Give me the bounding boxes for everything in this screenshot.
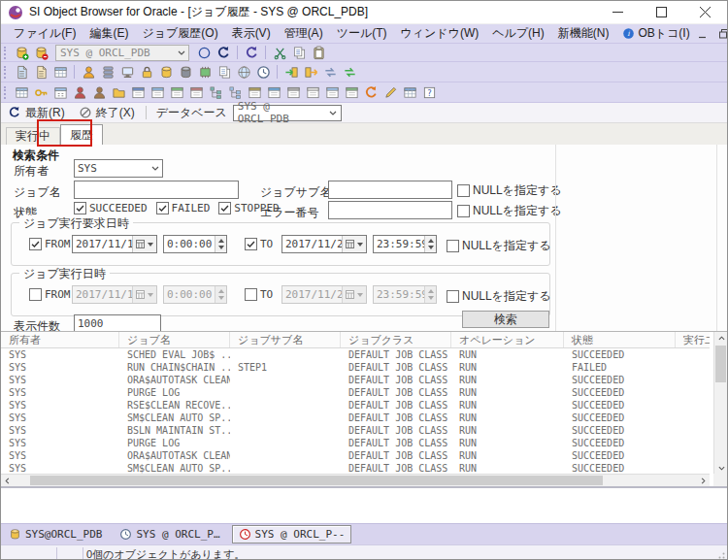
request-to-date[interactable]: 2017/11/21	[281, 235, 367, 253]
job-sub-null-checkbox[interactable]: NULLを指定する	[457, 182, 562, 199]
cluster-icon[interactable]	[342, 84, 361, 101]
compare-icon[interactable]	[320, 64, 340, 81]
toolbar-grip[interactable]	[4, 47, 8, 59]
column-header[interactable]: 実行ユ	[676, 332, 710, 347]
table-row[interactable]: SYSSM$CLEAN_AUTO_SP...DEFAULT_JOB_CLASSR…	[1, 462, 710, 474]
tablespace-icon[interactable]	[156, 64, 176, 81]
source-view-icon[interactable]	[400, 84, 419, 101]
menu-obtoko[interactable]: iOBトコ(I)	[615, 25, 696, 42]
reconnect-icon[interactable]	[214, 45, 233, 61]
checkbox[interactable]	[156, 202, 169, 214]
toolbar-grip[interactable]	[4, 86, 8, 99]
procedure-icon[interactable]	[148, 84, 167, 101]
checkbox[interactable]	[74, 202, 86, 214]
menu-admin[interactable]: 管理(A)	[278, 25, 330, 42]
export-icon[interactable]	[301, 64, 320, 81]
exec-to-time[interactable]: 23:59:59	[373, 285, 437, 304]
refresh-command[interactable]: 最新(R)	[1, 105, 72, 121]
checkbox[interactable]	[447, 290, 459, 303]
datafile-icon[interactable]	[176, 64, 195, 81]
database-combo[interactable]: SYS @ ORCL_PDB	[233, 105, 342, 121]
checkbox[interactable]	[29, 288, 42, 301]
mdi-restore-button[interactable]	[718, 27, 728, 40]
menu-new-features[interactable]: 新機能(N)	[551, 25, 616, 42]
error-null-checkbox[interactable]: NULLを指定する	[457, 203, 562, 219]
table-row[interactable]: SYSRUN_CHAIN$CHAIN_...STEP1DEFAULT_JOB_C…	[1, 361, 710, 374]
checkbox[interactable]	[245, 288, 257, 301]
status-failed-checkbox[interactable]: FAILED	[156, 202, 211, 214]
directory-icon[interactable]	[109, 84, 128, 101]
network-icon[interactable]	[234, 64, 253, 81]
schema-sync-icon[interactable]	[340, 64, 359, 81]
table-row[interactable]: SYSRSE$CLEAN_RECOVE...DEFAULT_JOB_CLASSR…	[1, 399, 710, 412]
table-icon[interactable]	[12, 84, 31, 101]
copy-icon[interactable]	[289, 45, 309, 61]
column-header[interactable]: オペレーション	[451, 332, 564, 347]
table-row[interactable]: SYSPURGE_LOGDEFAULT_JOB_CLASSRUNSUCCEEDE…	[1, 386, 710, 399]
exec-from-checkbox[interactable]: FROM	[29, 288, 71, 301]
time-spinner[interactable]	[424, 236, 436, 252]
menu-tools[interactable]: ツール(T)	[330, 25, 394, 42]
request-to-checkbox[interactable]: TO	[245, 238, 273, 250]
shortcut-icon[interactable]	[303, 84, 322, 101]
exec-from-time[interactable]: 0:00:00	[163, 285, 227, 304]
script-editor-icon[interactable]	[31, 64, 50, 81]
function-icon[interactable]	[167, 84, 186, 101]
request-from-date[interactable]: 2017/11/11	[72, 235, 157, 253]
maximize-button[interactable]	[640, 1, 683, 23]
comment-icon[interactable]	[128, 84, 148, 101]
close-button[interactable]	[683, 1, 727, 23]
window-button-job-history[interactable]: SYS @ ORCL_P--	[232, 525, 352, 544]
database-icon[interactable]	[98, 64, 117, 81]
stop-command[interactable]: 終了(X)	[72, 105, 142, 121]
request-from-time[interactable]: 0:00:00	[163, 235, 227, 253]
menu-help[interactable]: ヘルプ(H)	[485, 25, 551, 42]
calendar-icon[interactable]	[342, 286, 366, 303]
time-spinner[interactable]	[424, 286, 436, 303]
duplicate-icon[interactable]	[215, 64, 234, 81]
package-icon[interactable]	[186, 84, 206, 101]
view-icon[interactable]	[50, 84, 70, 101]
session-icon[interactable]	[117, 64, 137, 81]
calendar-icon[interactable]	[132, 286, 156, 303]
scrollbar-thumb[interactable]	[30, 476, 603, 485]
undo-icon[interactable]	[242, 45, 261, 61]
request-to-time[interactable]: 23:59:59	[373, 235, 437, 253]
memory-icon[interactable]	[195, 64, 215, 81]
db-link-icon[interactable]	[322, 84, 342, 101]
sequence-icon[interactable]	[264, 84, 283, 101]
connection-combo[interactable]: SYS @ ORCL_PDB	[55, 45, 189, 61]
checkbox[interactable]	[29, 238, 42, 250]
index-icon[interactable]	[225, 84, 245, 101]
checkbox[interactable]	[457, 184, 470, 197]
table-row[interactable]: SYSSM$CLEAN_AUTO_SP...DEFAULT_JOB_CLASSR…	[1, 412, 710, 424]
exec-from-date[interactable]: 2017/11/11	[72, 285, 157, 304]
owner-combo[interactable]: SYS	[74, 159, 163, 178]
table-row[interactable]: SYSORA$AUTOTASK_CLEANDEFAULT_JOB_CLASSRU…	[1, 374, 710, 386]
scrollbar-thumb[interactable]	[715, 346, 726, 382]
import-icon[interactable]	[281, 64, 301, 81]
horizontal-scrollbar[interactable]	[1, 474, 710, 486]
column-header[interactable]: ジョブクラス	[341, 332, 451, 347]
window-button-job-monitor[interactable]: SYS @ ORCL_P…	[114, 525, 225, 544]
job-name-input[interactable]	[74, 181, 239, 199]
tab-history[interactable]: 履歴	[60, 124, 103, 145]
refresh-objects-icon[interactable]	[361, 84, 381, 101]
primary-key-icon[interactable]	[31, 84, 50, 101]
toolbar-grip[interactable]	[4, 66, 8, 79]
record-icon[interactable]	[194, 45, 214, 61]
edit-icon[interactable]	[381, 84, 400, 101]
request-null-checkbox[interactable]: NULLを指定する	[447, 238, 551, 254]
menu-window[interactable]: ウィンドウ(W)	[394, 25, 486, 42]
minimize-button[interactable]	[596, 1, 640, 23]
table-row[interactable]: SYSSCHED_EVAL_JOB$_...DEFAULT_JOB_CLASSR…	[1, 348, 710, 361]
checkbox[interactable]	[447, 240, 459, 252]
job-queue-icon[interactable]	[253, 64, 273, 81]
help-icon[interactable]: ?	[419, 84, 439, 101]
status-succeeded-checkbox[interactable]: SUCCEEDED	[74, 202, 148, 214]
materialized-view-icon[interactable]	[245, 84, 264, 101]
synonym-icon[interactable]	[283, 84, 303, 101]
checkbox[interactable]	[218, 202, 231, 214]
vertical-scrollbar[interactable]	[713, 332, 727, 475]
table-row[interactable]: SYSPURGE_LOGDEFAULT_JOB_CLASSRUNSUCCEEDE…	[1, 437, 710, 449]
